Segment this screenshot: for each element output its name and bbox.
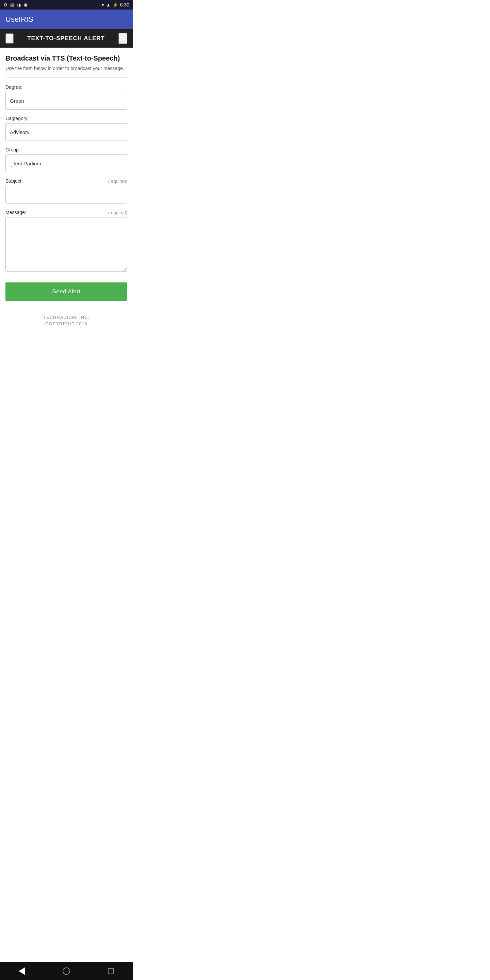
category-label: Cagtegory: xyxy=(5,116,127,121)
subject-label: Subject: xyxy=(5,178,23,184)
clipboard-icon: ▣ xyxy=(24,2,27,8)
subject-input[interactable] xyxy=(5,186,127,204)
footer-divider xyxy=(5,309,127,309)
battery-icon: ⚡ xyxy=(113,2,118,8)
message-label-row: Message: (required) xyxy=(5,210,127,215)
message-textarea[interactable] xyxy=(5,217,127,272)
footer-copyright: COPYRIGHT 2016 xyxy=(5,321,127,326)
status-time: 6:30 xyxy=(120,2,129,8)
toolbar-title: TEXT-TO-SPEECH ALERT xyxy=(27,35,105,42)
main-content: Broadcast via TTS (Text-to-Speech) Use t… xyxy=(0,48,133,340)
logout-button[interactable] xyxy=(118,33,127,44)
footer: TECHRADIUM, INC. COPYRIGHT 2016 xyxy=(5,315,127,333)
category-field-group: Cagtegory: xyxy=(5,116,127,141)
group-field-group: Group: xyxy=(5,147,127,172)
settings-icon: ⚙ xyxy=(3,2,8,8)
page-subtitle: Use the form below in order to broadcast… xyxy=(5,66,127,71)
send-alert-button[interactable]: Send Alert xyxy=(5,282,127,301)
message-required: (required) xyxy=(108,210,127,215)
messages-icon: ▤ xyxy=(10,2,14,8)
wifi-icon: ▾ xyxy=(102,2,104,8)
group-input[interactable] xyxy=(5,154,127,172)
subject-required: (required) xyxy=(108,179,127,184)
signal-icon: ▲ xyxy=(106,2,111,8)
category-input[interactable] xyxy=(5,123,127,141)
status-bar-left-icons: ⚙ ▤ ◑ ▣ xyxy=(3,2,27,8)
divider xyxy=(5,77,127,78)
sync-icon: ◑ xyxy=(17,2,21,8)
page-title: Broadcast via TTS (Text-to-Speech) xyxy=(5,54,127,62)
group-label: Group: xyxy=(5,147,127,153)
logout-icon xyxy=(119,34,127,41)
status-bar: ⚙ ▤ ◑ ▣ ▾ ▲ ⚡ 6:30 xyxy=(0,0,133,10)
degree-input[interactable] xyxy=(5,92,127,110)
message-field-group: Message: (required) xyxy=(5,210,127,273)
app-title: UseIRIS xyxy=(5,15,33,24)
menu-button[interactable]: ☰ xyxy=(5,33,14,43)
hamburger-icon: ☰ xyxy=(6,34,13,43)
degree-field-group: Degree: xyxy=(5,84,127,110)
app-bar: UseIRIS xyxy=(0,10,133,29)
degree-label: Degree: xyxy=(5,84,127,90)
toolbar: ☰ TEXT-TO-SPEECH ALERT xyxy=(0,29,133,48)
footer-company: TECHRADIUM, INC. xyxy=(5,315,127,320)
subject-label-row: Subject: (required) xyxy=(5,178,127,184)
status-bar-right-icons: ▾ ▲ ⚡ 6:30 xyxy=(102,2,129,8)
subject-field-group: Subject: (required) xyxy=(5,178,127,204)
message-label: Message: xyxy=(5,210,26,215)
